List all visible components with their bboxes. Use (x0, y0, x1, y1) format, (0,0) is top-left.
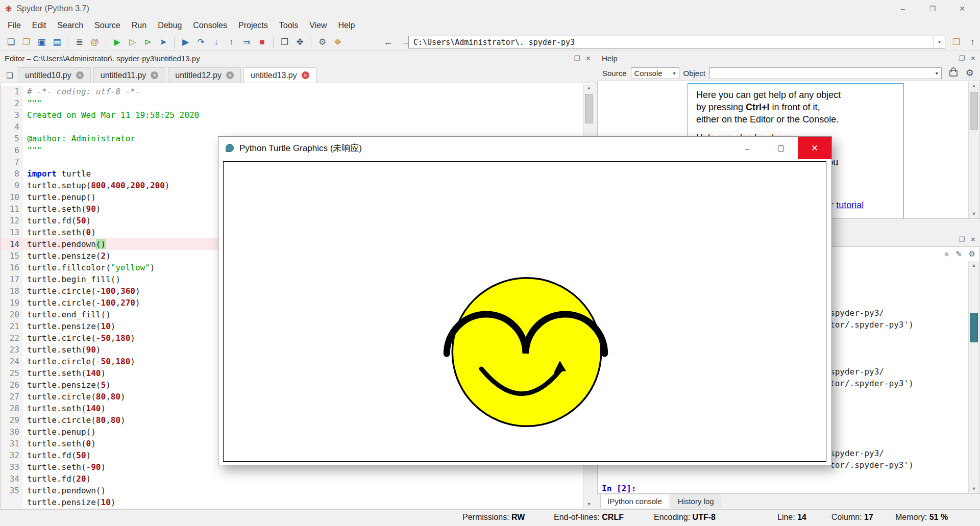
console-options-gear-icon[interactable]: ⚙ (969, 249, 975, 259)
menu-view[interactable]: View (304, 19, 332, 32)
minimize-button[interactable]: – (888, 0, 918, 17)
line-number: 20 (1, 309, 23, 320)
navigate-back-button[interactable]: ← (381, 35, 396, 49)
tab-history-log[interactable]: History log (671, 494, 721, 508)
restore-button[interactable]: ❐ (918, 0, 947, 17)
menu-edit[interactable]: Edit (27, 19, 52, 32)
menu-consoles[interactable]: Consoles (187, 19, 233, 32)
tab-untitled12.py[interactable]: untitled12.py✕ (168, 67, 241, 83)
menu-debug[interactable]: Debug (152, 19, 187, 32)
code-text (23, 121, 27, 133)
undock-pane-icon[interactable]: ❐ (959, 236, 965, 243)
continue-execution-button[interactable]: ⇒ (240, 35, 254, 49)
debug-file-button[interactable]: ▶ (179, 35, 192, 49)
step-out-button[interactable]: ↑ (225, 35, 238, 49)
console-scrollbar-thumb[interactable] (970, 313, 978, 342)
turtle-window-controls: – ▢ ✕ (730, 137, 831, 159)
help-pane-header: Help ❐ ✕ (597, 51, 980, 65)
status-column: Column: 17 (831, 513, 873, 522)
close-button[interactable]: ✕ (947, 0, 977, 17)
menu-source[interactable]: Source (89, 19, 126, 32)
scroll-up-icon[interactable]: ▲ (584, 84, 594, 92)
parent-directory-button[interactable]: ↑ (966, 35, 979, 49)
save-file-button[interactable]: ▣ (35, 35, 48, 49)
close-button[interactable]: ✕ (798, 137, 831, 159)
object-label: Object (683, 69, 705, 78)
code-line[interactable]: 35turtle.pendown() (1, 485, 584, 496)
editor-scrollbar-thumb[interactable] (585, 94, 593, 123)
run-cell-button[interactable]: ▷ (126, 35, 139, 49)
menu-tools[interactable]: Tools (274, 19, 304, 32)
line-number: 2 (1, 97, 23, 109)
code-text: turtle.fillcolor("yellow") (23, 262, 155, 273)
file-switcher-button[interactable]: ≣ (72, 35, 86, 49)
step-into-button[interactable]: ↓ (209, 35, 223, 49)
object-combobox[interactable]: ▾ (709, 67, 942, 79)
run-selection-button[interactable]: ➤ (156, 35, 170, 49)
tab-close-icon[interactable]: ✕ (226, 71, 234, 79)
browse-working-directory-button[interactable]: ❐ (949, 35, 963, 49)
tab-untitled13.py[interactable]: untitled13.py✕ (243, 67, 316, 83)
tab-close-icon[interactable]: ✕ (151, 71, 158, 79)
working-directory-combobox[interactable]: C:\Users\Administrator\. spyder-py3 ▾ (408, 36, 945, 48)
step-over-button[interactable]: ↷ (194, 35, 208, 49)
source-combobox[interactable]: Console ▾ (631, 67, 679, 79)
code-line[interactable]: 4 (1, 121, 584, 133)
turtle-titlebar[interactable]: Python Turtle Graphics (未响应) – ▢ ✕ (218, 137, 831, 159)
code-text: Created on Wed Mar 11 19:58:25 2020 (23, 109, 199, 121)
dropdown-arrow-icon[interactable]: ▾ (934, 36, 945, 48)
preferences-button[interactable]: ⚙ (315, 35, 329, 49)
toolbar-separator (273, 37, 274, 48)
tutorial-link[interactable]: tutorial (836, 200, 864, 210)
code-line[interactable]: 34turtle.fd(20) (1, 473, 584, 485)
minimize-button[interactable]: – (730, 137, 764, 159)
lock-icon[interactable] (949, 70, 958, 77)
help-scrollbar-thumb[interactable] (970, 92, 978, 130)
save-all-button[interactable]: ▤ (50, 35, 64, 49)
code-line[interactable]: 2""" (1, 97, 584, 109)
tab-close-icon[interactable]: ✕ (302, 71, 309, 79)
tab-ipython-console[interactable]: IPython console (600, 494, 669, 508)
tab-untitled11.py[interactable]: untitled11.py✕ (93, 67, 166, 83)
new-file-button[interactable]: ❏ (4, 35, 18, 49)
menu-help[interactable]: Help (333, 19, 361, 32)
fullscreen-button[interactable]: ✥ (293, 35, 307, 49)
run-cell-advance-button[interactable]: ⊳ (141, 35, 155, 49)
maximize-current-pane-button[interactable]: ❒ (278, 35, 291, 49)
python-path-manager-button[interactable]: ❖ (331, 35, 345, 49)
scroll-down-icon[interactable]: ▼ (584, 500, 594, 508)
menu-projects[interactable]: Projects (233, 19, 274, 32)
help-scrollbar[interactable]: ▲ ▼ (968, 82, 979, 218)
run-file-button[interactable]: ▶ (110, 35, 124, 49)
scroll-down-icon[interactable]: ▼ (969, 485, 979, 493)
tab-untitled10.py[interactable]: untitled10.py✕ (18, 67, 91, 83)
undock-pane-icon[interactable]: ❐ (574, 55, 580, 62)
run-configuration-button[interactable]: @ (88, 35, 102, 49)
code-text (23, 156, 27, 168)
menu-run[interactable]: Run (126, 19, 152, 32)
open-file-button[interactable]: ❐ (19, 35, 33, 49)
console-scrollbar[interactable]: ▲ ▼ (968, 261, 979, 493)
edit-icon[interactable]: ✎ (955, 249, 962, 259)
code-line[interactable]: turtle.pensize(10) (1, 496, 584, 508)
stop-debug-button[interactable]: ■ (255, 35, 269, 49)
code-text: turtle.seth(0) (23, 438, 96, 449)
browse-tabs-button[interactable]: ❏ (2, 68, 18, 83)
code-line[interactable]: 3Created on Wed Mar 11 19:58:25 2020 (1, 109, 584, 121)
menu-file[interactable]: File (2, 19, 27, 32)
undock-pane-icon[interactable]: ❐ (959, 55, 965, 62)
close-pane-icon[interactable]: ✕ (585, 55, 591, 62)
tab-close-icon[interactable]: ✕ (76, 71, 84, 79)
code-line[interactable]: 1# -*- coding: utf-8 -*- (1, 86, 584, 97)
close-pane-icon[interactable]: ✕ (970, 236, 976, 243)
scroll-down-icon[interactable]: ▼ (969, 210, 979, 218)
help-options-gear-icon[interactable]: ⚙ (966, 67, 974, 79)
scroll-up-icon[interactable]: ▲ (969, 261, 979, 269)
maximize-button[interactable]: ▢ (764, 137, 798, 159)
turtle-graphics-window[interactable]: Python Turtle Graphics (未响应) – ▢ ✕ (218, 136, 832, 465)
toolbar-separator (174, 37, 175, 48)
scroll-up-icon[interactable]: ▲ (969, 82, 979, 90)
close-pane-icon[interactable]: ✕ (970, 55, 976, 62)
interrupt-kernel-icon[interactable]: ■ (944, 249, 949, 258)
menu-search[interactable]: Search (52, 19, 89, 32)
